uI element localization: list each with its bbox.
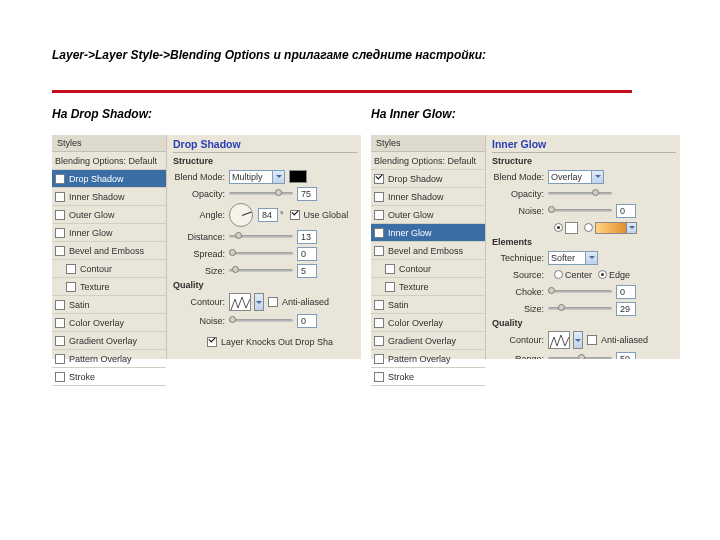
- chevron-down-icon[interactable]: [627, 222, 637, 234]
- sidebar-item-gradient-overlay[interactable]: Gradient Overlay: [52, 332, 166, 350]
- choke-field[interactable]: 0: [616, 285, 636, 299]
- sidebar-item-contour[interactable]: Contour: [371, 260, 485, 278]
- technique-dropdown[interactable]: Softer: [548, 251, 598, 265]
- style-checkbox[interactable]: [374, 372, 384, 382]
- sidebar-item-pattern-overlay[interactable]: Pattern Overlay: [52, 350, 166, 368]
- sidebar-item-stroke[interactable]: Stroke: [371, 368, 485, 386]
- style-checkbox[interactable]: [374, 300, 384, 310]
- spread-slider[interactable]: [229, 252, 293, 255]
- source-edge-radio[interactable]: [598, 270, 607, 279]
- style-checkbox[interactable]: [55, 300, 65, 310]
- distance-slider[interactable]: [229, 235, 293, 238]
- blend-mode-dropdown[interactable]: Multiply: [229, 170, 285, 184]
- sidebar-item-drop-shadow[interactable]: Drop Shadow: [371, 170, 485, 188]
- layer-knocks-out-label: Layer Knocks Out Drop Sha: [221, 337, 333, 347]
- sidebar-item-inner-glow[interactable]: Inner Glow: [52, 224, 166, 242]
- anti-aliased-checkbox[interactable]: [268, 297, 278, 307]
- drop-shadow-panel: Styles Blending Options: DefaultDrop Sha…: [52, 135, 361, 359]
- sidebar-item-bevel-and-emboss[interactable]: Bevel and Emboss: [371, 242, 485, 260]
- opacity-field[interactable]: 75: [297, 187, 317, 201]
- angle-field[interactable]: 84: [258, 208, 278, 222]
- source-center-radio[interactable]: [554, 270, 563, 279]
- shadow-color-swatch[interactable]: [289, 170, 307, 183]
- sidebar-item-satin[interactable]: Satin: [52, 296, 166, 314]
- section-title: Inner Glow: [492, 137, 676, 153]
- style-checkbox[interactable]: [55, 192, 65, 202]
- style-checkbox[interactable]: [55, 228, 65, 238]
- sidebar-item-bevel-and-emboss[interactable]: Bevel and Emboss: [52, 242, 166, 260]
- sidebar-item-color-overlay[interactable]: Color Overlay: [371, 314, 485, 332]
- style-checkbox[interactable]: [385, 264, 395, 274]
- size-slider[interactable]: [548, 307, 612, 310]
- sidebar-item-outer-glow[interactable]: Outer Glow: [52, 206, 166, 224]
- size-slider[interactable]: [229, 269, 293, 272]
- blend-mode-dropdown[interactable]: Overlay: [548, 170, 604, 184]
- layer-knocks-out-checkbox[interactable]: [207, 337, 217, 347]
- sidebar-item-texture[interactable]: Texture: [371, 278, 485, 296]
- style-checkbox[interactable]: [374, 318, 384, 328]
- sidebar-item-color-overlay[interactable]: Color Overlay: [52, 314, 166, 332]
- anti-aliased-checkbox[interactable]: [587, 335, 597, 345]
- angle-dial[interactable]: [229, 203, 253, 227]
- blend-mode-label: Blend Mode:: [492, 172, 548, 182]
- sidebar-item-drop-shadow[interactable]: Drop Shadow: [52, 170, 166, 188]
- sidebar-item-inner-glow[interactable]: Inner Glow: [371, 224, 485, 242]
- size-field[interactable]: 5: [297, 264, 317, 278]
- opacity-slider[interactable]: [229, 192, 293, 195]
- gradient-radio[interactable]: [584, 223, 593, 232]
- style-checkbox[interactable]: [66, 264, 76, 274]
- glow-color-swatch[interactable]: [565, 222, 578, 234]
- spread-field[interactable]: 0: [297, 247, 317, 261]
- sidebar-item-satin[interactable]: Satin: [371, 296, 485, 314]
- style-checkbox[interactable]: [374, 246, 384, 256]
- style-checkbox[interactable]: [385, 282, 395, 292]
- sidebar-item-contour[interactable]: Contour: [52, 260, 166, 278]
- style-label: Color Overlay: [388, 318, 443, 328]
- style-checkbox[interactable]: [55, 354, 65, 364]
- gradient-swatch[interactable]: [595, 222, 627, 234]
- noise-field[interactable]: 0: [616, 204, 636, 218]
- blend-mode-label: Blend Mode:: [173, 172, 229, 182]
- range-slider[interactable]: [548, 357, 612, 359]
- style-checkbox[interactable]: [55, 246, 65, 256]
- style-checkbox[interactable]: [55, 372, 65, 382]
- style-checkbox[interactable]: [55, 318, 65, 328]
- style-label: Color Overlay: [69, 318, 124, 328]
- distance-label: Distance:: [173, 232, 229, 242]
- distance-field[interactable]: 13: [297, 230, 317, 244]
- sidebar-item-stroke[interactable]: Stroke: [52, 368, 166, 386]
- use-global-checkbox[interactable]: [290, 210, 300, 220]
- style-checkbox[interactable]: [55, 174, 65, 184]
- sidebar-item-blending-options-default[interactable]: Blending Options: Default: [52, 152, 166, 170]
- contour-picker[interactable]: [229, 293, 251, 311]
- style-checkbox[interactable]: [55, 336, 65, 346]
- group-quality: Quality: [492, 318, 676, 328]
- color-radio[interactable]: [554, 223, 563, 232]
- sidebar-item-pattern-overlay[interactable]: Pattern Overlay: [371, 350, 485, 368]
- sidebar-item-outer-glow[interactable]: Outer Glow: [371, 206, 485, 224]
- style-checkbox[interactable]: [374, 210, 384, 220]
- size-field[interactable]: 29: [616, 302, 636, 316]
- noise-slider[interactable]: [229, 319, 293, 322]
- style-checkbox[interactable]: [374, 336, 384, 346]
- sidebar-item-blending-options-default[interactable]: Blending Options: Default: [371, 152, 485, 170]
- style-checkbox[interactable]: [374, 174, 384, 184]
- style-checkbox[interactable]: [66, 282, 76, 292]
- sidebar-item-inner-shadow[interactable]: Inner Shadow: [52, 188, 166, 206]
- style-checkbox[interactable]: [374, 354, 384, 364]
- choke-slider[interactable]: [548, 290, 612, 293]
- opacity-slider[interactable]: [548, 192, 612, 195]
- chevron-down-icon[interactable]: [573, 331, 583, 349]
- style-checkbox[interactable]: [55, 210, 65, 220]
- sidebar-item-texture[interactable]: Texture: [52, 278, 166, 296]
- style-checkbox[interactable]: [374, 228, 384, 238]
- divider: [52, 90, 632, 93]
- noise-slider[interactable]: [548, 209, 612, 212]
- range-field[interactable]: 50: [616, 352, 636, 360]
- contour-picker[interactable]: [548, 331, 570, 349]
- noise-field[interactable]: 0: [297, 314, 317, 328]
- chevron-down-icon[interactable]: [254, 293, 264, 311]
- style-checkbox[interactable]: [374, 192, 384, 202]
- sidebar-item-gradient-overlay[interactable]: Gradient Overlay: [371, 332, 485, 350]
- sidebar-item-inner-shadow[interactable]: Inner Shadow: [371, 188, 485, 206]
